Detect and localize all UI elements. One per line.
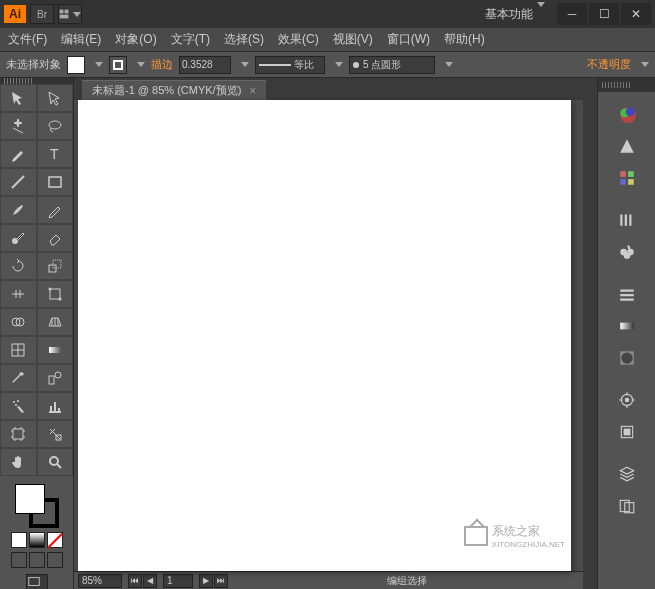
brush-definition-select[interactable]: 5 点圆形: [349, 56, 435, 74]
pen-tool[interactable]: [0, 140, 37, 168]
swatches-panel-button[interactable]: [607, 164, 647, 192]
status-tool-label: 编组选择: [387, 574, 427, 588]
draw-behind-button[interactable]: [29, 552, 45, 568]
stroke-weight-input[interactable]: 0.3528: [179, 56, 231, 74]
menu-file[interactable]: 文件(F): [8, 31, 47, 48]
maximize-button[interactable]: ☐: [589, 3, 619, 25]
scale-tool[interactable]: [37, 252, 74, 280]
close-icon[interactable]: ×: [249, 84, 256, 98]
gradient-mode-button[interactable]: [29, 532, 45, 548]
menu-effect[interactable]: 效果(C): [278, 31, 319, 48]
gradient-panel-button[interactable]: [607, 312, 647, 340]
blob-brush-tool[interactable]: [0, 224, 37, 252]
close-button[interactable]: ✕: [621, 3, 651, 25]
color-guide-panel-button[interactable]: [607, 132, 647, 160]
document-tab[interactable]: 未标题-1 @ 85% (CMYK/预览) ×: [82, 80, 266, 100]
chevron-down-icon[interactable]: [641, 62, 649, 67]
symbol-sprayer-tool[interactable]: [0, 392, 37, 420]
appearance-panel-button[interactable]: [607, 386, 647, 414]
eyedropper-tool[interactable]: [0, 364, 37, 392]
stroke-panel-button[interactable]: [607, 280, 647, 308]
free-transform-tool[interactable]: [37, 280, 74, 308]
fill-stroke-indicator[interactable]: [15, 484, 59, 528]
paintbrush-tool[interactable]: [0, 196, 37, 224]
type-tool[interactable]: T: [37, 140, 74, 168]
zoom-level-select[interactable]: 85%: [78, 574, 122, 588]
hand-tool[interactable]: [0, 448, 37, 476]
bridge-button[interactable]: Br: [30, 4, 54, 24]
prev-artboard-button[interactable]: ◀: [143, 574, 157, 588]
pencil-tool[interactable]: [37, 196, 74, 224]
artboards-panel-button[interactable]: [607, 492, 647, 520]
document-tabs: 未标题-1 @ 85% (CMYK/预览) ×: [74, 78, 583, 100]
control-bar: 未选择对象 描边 0.3528 等比 5 点圆形 不透明度: [0, 52, 655, 78]
direct-selection-tool[interactable]: [37, 84, 74, 112]
svg-point-11: [48, 288, 51, 291]
screen-mode-button[interactable]: [26, 574, 48, 589]
rectangle-tool[interactable]: [37, 168, 74, 196]
svg-point-29: [625, 107, 634, 116]
stroke-label[interactable]: 描边: [151, 57, 173, 72]
eraser-tool[interactable]: [37, 224, 74, 252]
fill-indicator[interactable]: [15, 484, 45, 514]
svg-rect-26: [28, 578, 39, 586]
perspective-grid-tool[interactable]: [37, 308, 74, 336]
menu-edit[interactable]: 编辑(E): [61, 31, 101, 48]
width-tool[interactable]: [0, 280, 37, 308]
svg-point-36: [621, 352, 632, 363]
panel-dock-grip[interactable]: [598, 78, 655, 92]
menu-object[interactable]: 对象(O): [115, 31, 156, 48]
chevron-down-icon[interactable]: [241, 62, 249, 67]
svg-rect-17: [49, 376, 54, 384]
gradient-tool[interactable]: [37, 336, 74, 364]
magic-wand-tool[interactable]: [0, 112, 37, 140]
chevron-down-icon[interactable]: [445, 62, 453, 67]
last-artboard-button[interactable]: ⏭: [214, 574, 228, 588]
opacity-label[interactable]: 不透明度: [587, 57, 631, 72]
brushes-panel-button[interactable]: [607, 206, 647, 234]
chevron-down-icon[interactable]: [335, 62, 343, 67]
rotate-tool[interactable]: [0, 252, 37, 280]
dot-icon: [353, 62, 359, 68]
svg-point-12: [58, 298, 61, 301]
document-tab-title: 未标题-1 @ 85% (CMYK/预览): [92, 83, 241, 98]
none-mode-button[interactable]: [47, 532, 63, 548]
selection-tool[interactable]: [0, 84, 37, 112]
first-artboard-button[interactable]: ⏮: [128, 574, 142, 588]
color-mode-button[interactable]: [11, 532, 27, 548]
graphic-styles-panel-button[interactable]: [607, 418, 647, 446]
layers-panel-button[interactable]: [607, 460, 647, 488]
zoom-tool[interactable]: [37, 448, 74, 476]
slice-tool[interactable]: [37, 420, 74, 448]
color-panel-button[interactable]: [607, 100, 647, 128]
symbols-panel-button[interactable]: [607, 238, 647, 266]
vertical-scrollbar[interactable]: [583, 78, 597, 589]
graph-tool[interactable]: [37, 392, 74, 420]
next-artboard-button[interactable]: ▶: [199, 574, 213, 588]
lasso-tool[interactable]: [37, 112, 74, 140]
menu-view[interactable]: 视图(V): [333, 31, 373, 48]
fill-color-swatch[interactable]: [67, 56, 85, 74]
transparency-panel-button[interactable]: [607, 344, 647, 372]
variable-width-profile-select[interactable]: 等比: [255, 56, 325, 74]
shape-builder-tool[interactable]: [0, 308, 37, 336]
mesh-tool[interactable]: [0, 336, 37, 364]
draw-inside-button[interactable]: [47, 552, 63, 568]
artboard-canvas[interactable]: [78, 100, 571, 571]
artboard-tool[interactable]: [0, 420, 37, 448]
svg-point-38: [624, 398, 629, 403]
blend-tool[interactable]: [37, 364, 74, 392]
stroke-color-swatch[interactable]: [109, 56, 127, 74]
menu-help[interactable]: 帮助(H): [444, 31, 485, 48]
draw-normal-button[interactable]: [11, 552, 27, 568]
menu-type[interactable]: 文字(T): [171, 31, 210, 48]
svg-rect-31: [628, 171, 634, 177]
menu-window[interactable]: 窗口(W): [387, 31, 430, 48]
chevron-down-icon: [95, 62, 103, 67]
arrange-documents-button[interactable]: [58, 4, 82, 24]
minimize-button[interactable]: ─: [557, 3, 587, 25]
line-tool[interactable]: [0, 168, 37, 196]
menu-select[interactable]: 选择(S): [224, 31, 264, 48]
artboard-number-input[interactable]: 1: [163, 574, 193, 588]
workspace-switcher[interactable]: 基本功能: [485, 6, 545, 23]
